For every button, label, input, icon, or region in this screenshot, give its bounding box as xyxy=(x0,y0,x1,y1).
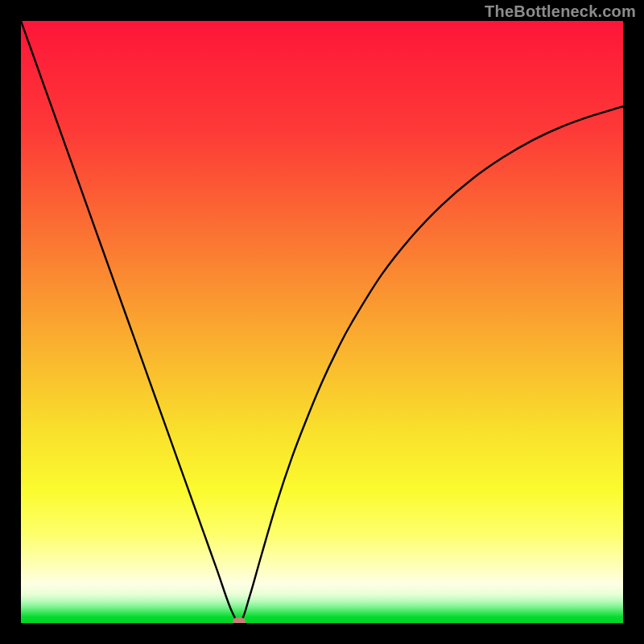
data-marker xyxy=(233,617,246,623)
plot-area xyxy=(21,21,623,623)
chart-line xyxy=(21,21,623,623)
watermark-text: TheBottleneck.com xyxy=(485,2,636,21)
outer-frame: TheBottleneck.com xyxy=(0,0,644,644)
